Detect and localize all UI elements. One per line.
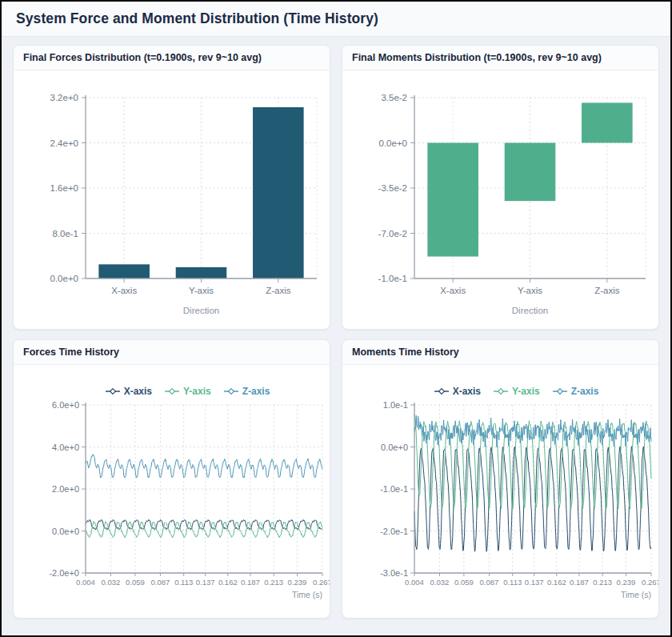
card-body: X-axisY-axisZ-axis 6.0e+04.0e+02.0e+00.0… xyxy=(14,384,330,616)
svg-text:3.2e+0: 3.2e+0 xyxy=(50,93,79,102)
svg-text:0.113: 0.113 xyxy=(174,578,193,587)
svg-text:2.4e+0: 2.4e+0 xyxy=(50,138,79,148)
card-final-moments-distribution: Final Moments Distribution (t=0.1900s, r… xyxy=(342,45,659,330)
svg-text:Direction: Direction xyxy=(512,306,548,315)
legend-item-x-axis[interactable]: X-axis xyxy=(106,386,152,397)
bar-x-axis[interactable] xyxy=(98,264,150,278)
legend-item-z-axis[interactable]: Z-axis xyxy=(553,386,599,397)
moments-line-chart[interactable]: 1.0e-10.0e+0-1.0e-1-2.0e-1-3.0e-10.0040.… xyxy=(342,399,659,616)
svg-text:X-axis: X-axis xyxy=(440,286,466,295)
legend-marker-icon xyxy=(106,387,120,395)
card-header: Final Forces Distribution (t=0.1900s, re… xyxy=(14,46,330,70)
legend-marker-icon xyxy=(224,387,238,395)
dashboard-page: System Force and Moment Distribution (Ti… xyxy=(0,0,672,637)
legend-item-y-axis[interactable]: Y-axis xyxy=(494,386,540,397)
svg-text:Y-axis: Y-axis xyxy=(189,286,214,295)
legend-marker-icon xyxy=(494,387,508,395)
svg-text:-3.0e-1: -3.0e-1 xyxy=(380,568,408,578)
card-final-forces-distribution: Final Forces Distribution (t=0.1900s, re… xyxy=(13,45,330,330)
svg-text:0.113: 0.113 xyxy=(503,578,522,587)
moments-bar-chart[interactable]: 3.5e-20.0e+0-3.5e-2-7.0e-2-1.0e-1X-axisY… xyxy=(342,70,659,330)
svg-text:0.213: 0.213 xyxy=(593,578,612,587)
svg-text:0.267: 0.267 xyxy=(313,578,330,587)
card-title: Moments Time History xyxy=(352,347,459,358)
legend-label: Z-axis xyxy=(242,386,270,397)
charts-grid: Final Forces Distribution (t=0.1900s, re… xyxy=(2,37,670,628)
svg-text:0.032: 0.032 xyxy=(102,578,121,587)
bar-z-axis[interactable] xyxy=(253,107,304,278)
legend-marker-icon xyxy=(434,387,449,395)
svg-text:1.0e-1: 1.0e-1 xyxy=(383,400,408,410)
svg-text:0.087: 0.087 xyxy=(480,578,499,587)
svg-text:-1.0e-1: -1.0e-1 xyxy=(378,274,407,283)
moments-chart-legend: X-axisY-axisZ-axis xyxy=(342,384,658,399)
svg-text:0.0e+0: 0.0e+0 xyxy=(50,274,79,283)
svg-text:0.187: 0.187 xyxy=(570,578,589,587)
legend-label: Y-axis xyxy=(512,386,540,397)
forces-chart-legend: X-axisY-axisZ-axis xyxy=(14,384,330,399)
card-forces-time-history: Forces Time History X-axisY-axisZ-axis 6… xyxy=(13,339,330,619)
svg-text:0.087: 0.087 xyxy=(151,578,170,587)
series-z-axis xyxy=(86,455,322,478)
card-body: X-axisY-axisZ-axis 1.0e-10.0e+0-1.0e-1-2… xyxy=(342,384,658,616)
card-title: Final Forces Distribution (t=0.1900s, re… xyxy=(23,52,262,63)
svg-text:Z-axis: Z-axis xyxy=(266,286,291,295)
page-title: System Force and Moment Distribution (Ti… xyxy=(16,10,378,27)
svg-text:2.0e+0: 2.0e+0 xyxy=(52,484,79,494)
svg-text:-2.0e-1: -2.0e-1 xyxy=(380,527,408,536)
svg-text:0.162: 0.162 xyxy=(218,578,238,587)
svg-text:0.137: 0.137 xyxy=(196,578,215,587)
page-header: System Force and Moment Distribution (Ti… xyxy=(2,2,670,37)
legend-label: X-axis xyxy=(124,386,152,397)
svg-text:6.0e+0: 6.0e+0 xyxy=(52,400,79,410)
svg-text:-3.5e-2: -3.5e-2 xyxy=(378,183,407,193)
svg-text:0.137: 0.137 xyxy=(525,578,544,587)
svg-text:0.162: 0.162 xyxy=(547,578,566,587)
svg-text:0.267: 0.267 xyxy=(642,578,659,587)
card-header: Forces Time History xyxy=(14,340,330,365)
svg-text:Direction: Direction xyxy=(183,306,219,315)
svg-text:0.0e+0: 0.0e+0 xyxy=(52,527,79,536)
legend-item-x-axis[interactable]: X-axis xyxy=(434,386,481,397)
legend-label: Y-axis xyxy=(183,386,211,397)
forces-line-chart[interactable]: 6.0e+04.0e+02.0e+00.0e+0-2.0e+00.0040.03… xyxy=(14,399,330,616)
legend-item-y-axis[interactable]: Y-axis xyxy=(165,386,211,397)
svg-text:-1.0e-1: -1.0e-1 xyxy=(380,484,408,494)
bar-z-axis[interactable] xyxy=(582,102,633,142)
svg-text:0.004: 0.004 xyxy=(76,578,95,587)
svg-text:Time (s): Time (s) xyxy=(292,590,322,599)
svg-text:-7.0e-2: -7.0e-2 xyxy=(378,229,407,238)
bar-y-axis[interactable] xyxy=(505,143,556,202)
legend-label: X-axis xyxy=(453,386,481,397)
legend-marker-icon xyxy=(553,387,567,395)
svg-text:0.0e+0: 0.0e+0 xyxy=(379,138,408,148)
card-body: 3.2e+02.4e+01.6e+08.0e-10.0e+0X-axisY-ax… xyxy=(14,70,330,330)
card-header: Moments Time History xyxy=(342,340,658,365)
svg-text:0.004: 0.004 xyxy=(405,578,424,587)
svg-text:8.0e-1: 8.0e-1 xyxy=(52,229,78,238)
svg-text:3.5e-2: 3.5e-2 xyxy=(381,93,407,102)
svg-text:0.0e+0: 0.0e+0 xyxy=(381,443,408,452)
svg-text:0.032: 0.032 xyxy=(430,578,450,587)
forces-bar-chart[interactable]: 3.2e+02.4e+01.6e+08.0e-10.0e+0X-axisY-ax… xyxy=(14,70,330,330)
card-moments-time-history: Moments Time History X-axisY-axisZ-axis … xyxy=(342,339,659,619)
legend-label: Z-axis xyxy=(571,386,599,397)
svg-text:0.187: 0.187 xyxy=(241,578,260,587)
series-y-axis xyxy=(414,415,651,509)
svg-text:0.059: 0.059 xyxy=(454,578,474,587)
svg-text:Time (s): Time (s) xyxy=(621,590,651,599)
svg-text:Y-axis: Y-axis xyxy=(518,286,542,295)
card-body: 3.5e-20.0e+0-3.5e-2-7.0e-2-1.0e-1X-axisY… xyxy=(342,70,658,330)
card-title: Forces Time History xyxy=(23,347,119,358)
svg-text:4.0e+0: 4.0e+0 xyxy=(52,443,79,452)
bar-y-axis[interactable] xyxy=(176,267,227,278)
svg-text:0.213: 0.213 xyxy=(264,578,283,587)
svg-text:-2.0e+0: -2.0e+0 xyxy=(49,568,79,578)
svg-text:Z-axis: Z-axis xyxy=(594,286,620,295)
svg-text:0.059: 0.059 xyxy=(126,578,145,587)
legend-marker-icon xyxy=(165,387,179,395)
bar-x-axis[interactable] xyxy=(427,143,478,257)
legend-item-z-axis[interactable]: Z-axis xyxy=(224,386,270,397)
svg-text:X-axis: X-axis xyxy=(111,286,137,295)
svg-text:1.6e+0: 1.6e+0 xyxy=(50,183,79,193)
